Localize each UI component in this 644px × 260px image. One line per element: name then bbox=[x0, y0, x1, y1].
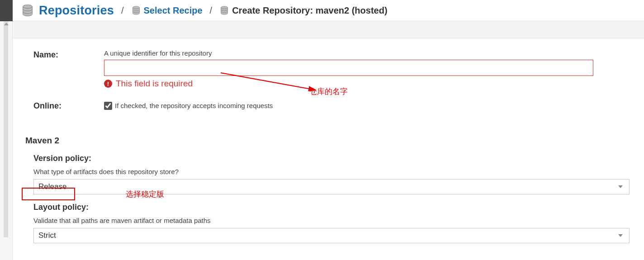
breadcrumb-select-recipe-link[interactable]: Select Recipe bbox=[144, 5, 203, 16]
sub-header-strip bbox=[13, 21, 644, 38]
online-checkbox[interactable] bbox=[104, 102, 112, 110]
name-label: Name: bbox=[33, 49, 104, 60]
breadcrumb-separator: / bbox=[210, 5, 213, 16]
sidebar-expand-icon[interactable] bbox=[4, 23, 9, 25]
name-description: A unique identifier for this repository bbox=[104, 49, 593, 57]
breadcrumb-current: Create Repository: maven2 (hosted) bbox=[232, 5, 387, 16]
version-policy-value: Release bbox=[38, 182, 66, 191]
select-recipe-icon bbox=[131, 5, 141, 15]
layout-policy-description: Validate that all paths are maven artifa… bbox=[33, 217, 630, 224]
name-row: Name: A unique identifier for this repos… bbox=[33, 49, 630, 89]
collapsed-sidebar bbox=[0, 0, 13, 260]
name-input[interactable] bbox=[104, 60, 593, 76]
layout-policy-value: Strict bbox=[38, 231, 56, 240]
breadcrumb: Repositories / Select Recipe / Create Re… bbox=[13, 0, 644, 21]
name-error-text: This field is required bbox=[116, 79, 193, 89]
sidebar-scroll-track[interactable] bbox=[4, 21, 8, 237]
repositories-icon bbox=[21, 4, 34, 17]
create-repo-icon bbox=[219, 5, 229, 15]
online-description: If checked, the repository accepts incom… bbox=[115, 102, 273, 109]
form-panel: Name: A unique identifier for this repos… bbox=[22, 38, 641, 260]
error-icon: ! bbox=[104, 80, 112, 88]
layout-policy-label: Layout policy: bbox=[33, 203, 630, 212]
layout-policy-block: Layout policy: Validate that all paths a… bbox=[33, 203, 630, 243]
sidebar-header-block bbox=[0, 0, 13, 21]
online-label: Online: bbox=[33, 100, 104, 111]
chevron-down-icon bbox=[618, 185, 623, 188]
version-policy-dropdown[interactable]: Release bbox=[33, 179, 630, 194]
breadcrumb-repositories-link[interactable]: Repositories bbox=[39, 4, 114, 18]
version-policy-label: Version policy: bbox=[33, 154, 630, 163]
online-row: Online: If checked, the repository accep… bbox=[33, 100, 630, 111]
version-policy-description: What type of artifacts does this reposit… bbox=[33, 168, 630, 175]
layout-policy-dropdown[interactable]: Strict bbox=[33, 228, 630, 243]
version-policy-block: Version policy: What type of artifacts d… bbox=[33, 154, 630, 194]
maven2-section-title: Maven 2 bbox=[25, 136, 630, 146]
breadcrumb-separator: / bbox=[121, 5, 124, 16]
chevron-down-icon bbox=[618, 234, 623, 237]
